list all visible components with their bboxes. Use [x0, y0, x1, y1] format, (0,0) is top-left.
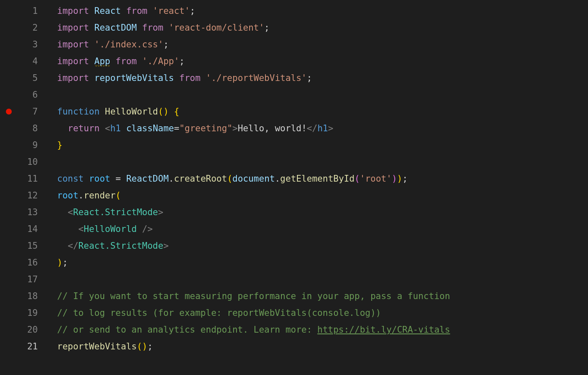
code-line[interactable]: import ReactDOM from 'react-dom/client';: [57, 19, 588, 36]
code-token: import: [57, 73, 94, 83]
code-token: <: [105, 123, 110, 133]
code-token: // or send to an analytics endpoint. Lea…: [57, 325, 318, 335]
code-token: [57, 241, 68, 251]
line-number[interactable]: 10: [0, 154, 50, 170]
line-number[interactable]: 21: [0, 338, 50, 355]
code-token: App: [94, 56, 110, 67]
code-token: =: [110, 174, 126, 184]
line-number[interactable]: 7: [0, 103, 50, 120]
code-token: HelloWorld: [105, 107, 158, 117]
code-token: ): [57, 258, 63, 268]
code-line[interactable]: [57, 154, 588, 170]
code-line[interactable]: // If you want to start measuring perfor…: [57, 288, 588, 305]
code-token: ): [397, 174, 402, 184]
line-number[interactable]: 8: [0, 120, 50, 137]
code-token: from: [174, 73, 206, 83]
code-token: reportWebVitals: [57, 341, 137, 352]
code-line[interactable]: reportWebVitals();: [57, 338, 588, 355]
code-token: reportWebVitals: [94, 73, 174, 83]
code-line[interactable]: );: [57, 254, 588, 271]
code-line[interactable]: import App from './App';: [57, 53, 588, 70]
code-token: [137, 224, 142, 234]
code-token: [121, 123, 126, 133]
code-token: "greeting": [179, 123, 232, 133]
code-token: >: [232, 123, 238, 133]
code-token: >: [158, 207, 163, 217]
code-token: 'react': [153, 6, 190, 16]
line-number[interactable]: 5: [0, 70, 50, 86]
code-token: createRoot: [174, 174, 227, 184]
code-token: (: [158, 107, 163, 117]
code-token: function: [57, 107, 105, 117]
code-line[interactable]: import reportWebVitals from './reportWeb…: [57, 70, 588, 86]
code-token: >: [163, 241, 169, 251]
code-token: }: [57, 140, 63, 150]
line-number[interactable]: 6: [0, 86, 50, 103]
code-token: ;: [402, 174, 408, 184]
code-line[interactable]: function HelloWorld() {: [57, 103, 588, 120]
code-area[interactable]: import React from 'react';import ReactDO…: [50, 3, 588, 355]
code-token: ;: [63, 258, 68, 268]
code-line[interactable]: const root = ReactDOM.createRoot(documen…: [57, 170, 588, 187]
code-token: [57, 224, 79, 234]
code-line[interactable]: }: [57, 137, 588, 154]
code-token: getElementById: [280, 174, 354, 184]
code-token: import: [57, 6, 94, 16]
code-token: >: [328, 123, 333, 133]
line-number[interactable]: 15: [0, 237, 50, 254]
code-token: (: [116, 190, 121, 201]
code-token: React: [94, 6, 121, 16]
line-number[interactable]: 17: [0, 271, 50, 288]
line-number[interactable]: 1: [0, 3, 50, 19]
code-token: from: [110, 56, 142, 66]
code-line[interactable]: // to log results (for example: reportWe…: [57, 305, 588, 321]
code-editor[interactable]: 123456789101112131415161718192021 import…: [0, 0, 588, 355]
code-token: .: [79, 190, 84, 201]
code-token: from: [121, 6, 153, 16]
code-token: <: [68, 207, 73, 217]
line-number[interactable]: 14: [0, 221, 50, 237]
line-number[interactable]: 3: [0, 36, 50, 53]
code-token: (: [137, 341, 142, 352]
line-number[interactable]: 18: [0, 288, 50, 305]
code-token: .: [275, 174, 280, 184]
line-number[interactable]: 9: [0, 137, 50, 154]
code-token: =: [174, 123, 179, 133]
line-number-gutter[interactable]: 123456789101112131415161718192021: [0, 3, 50, 355]
code-token: root: [57, 190, 79, 201]
line-number[interactable]: 4: [0, 53, 50, 70]
code-token: './App': [142, 56, 179, 66]
code-token: ReactDOM: [94, 23, 137, 33]
code-token: './reportWebVitals': [206, 73, 307, 83]
code-line[interactable]: <React.StrictMode>: [57, 204, 588, 221]
line-number[interactable]: 12: [0, 187, 50, 204]
line-number[interactable]: 13: [0, 204, 50, 221]
code-token: className: [126, 123, 174, 133]
code-line[interactable]: </React.StrictMode>: [57, 237, 588, 254]
line-number[interactable]: 16: [0, 254, 50, 271]
code-line[interactable]: [57, 271, 588, 288]
code-token: .: [169, 174, 174, 184]
code-line[interactable]: // or send to an analytics endpoint. Lea…: [57, 321, 588, 338]
code-token: ;: [190, 6, 195, 16]
breakpoint-icon[interactable]: [6, 109, 12, 115]
code-token: React.StrictMode: [73, 207, 158, 217]
line-number[interactable]: 2: [0, 19, 50, 36]
code-line[interactable]: [57, 86, 588, 103]
line-number[interactable]: 11: [0, 170, 50, 187]
code-token: {: [174, 107, 179, 117]
code-line[interactable]: root.render(: [57, 187, 588, 204]
code-token: ;: [307, 73, 312, 83]
code-line[interactable]: import './index.css';: [57, 36, 588, 53]
line-number[interactable]: 19: [0, 305, 50, 321]
code-token: </: [307, 123, 317, 133]
code-token: [57, 207, 68, 217]
code-token: // If you want to start measuring perfor…: [57, 291, 450, 301]
code-token: return: [68, 123, 105, 133]
code-line[interactable]: <HelloWorld />: [57, 221, 588, 237]
code-line[interactable]: import React from 'react';: [57, 3, 588, 19]
code-line[interactable]: return <h1 className="greeting">Hello, w…: [57, 120, 588, 137]
code-token: ReactDOM: [126, 174, 168, 184]
line-number[interactable]: 20: [0, 321, 50, 338]
code-token: ;: [147, 341, 153, 352]
